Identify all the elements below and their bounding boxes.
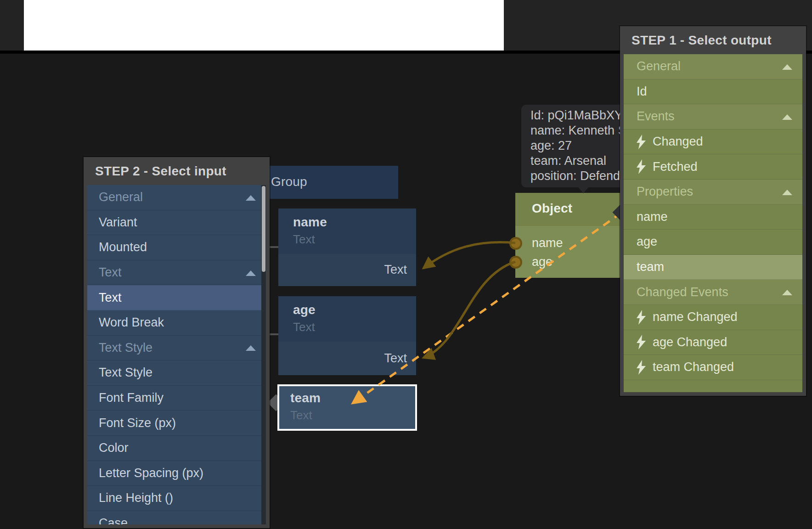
node-group-title: Group <box>271 174 307 189</box>
step1-option-id[interactable]: Id <box>624 79 802 105</box>
step1-label: Properties <box>637 185 693 199</box>
node-object[interactable]: Object nameage <box>515 193 621 278</box>
step2-section-text[interactable]: Text <box>87 260 266 286</box>
tooltip-line: age: 27 <box>530 138 620 153</box>
hierarchy-connector-age <box>269 333 278 335</box>
step1-section-events[interactable]: Events <box>624 104 802 129</box>
tooltip-line: position: Defender <box>530 169 620 184</box>
collapse-arrow-icon[interactable] <box>246 195 256 201</box>
object-port-label-age[interactable]: age <box>532 255 553 269</box>
step1-section-properties[interactable]: Properties <box>624 180 802 205</box>
step1-label: team <box>637 260 664 274</box>
step2-option-color[interactable]: Color <box>87 436 266 461</box>
step2-option-letter-spacing-px[interactable]: Letter Spacing (px) <box>87 461 266 486</box>
step2-label: General <box>99 190 143 204</box>
collapse-arrow-icon[interactable] <box>782 64 792 70</box>
step1-option-age[interactable]: age <box>624 230 802 255</box>
step1-option-team-changed[interactable]: team Changed <box>624 355 802 380</box>
step1-option-name-changed[interactable]: name Changed <box>624 305 802 330</box>
object-data-tooltip: Id: pQi1MaBbXYname: Kenneth Sansage: 27t… <box>521 105 620 187</box>
step1-option-age-changed[interactable]: age Changed <box>624 330 802 355</box>
step2-scrollbar-track[interactable] <box>261 185 266 524</box>
node-age-title: age <box>293 303 316 317</box>
step2-option-word-break[interactable]: Word Break <box>87 310 266 336</box>
step2-option-font-size-px[interactable]: Font Size (px) <box>87 411 266 436</box>
node-name-header: name Text <box>278 208 416 254</box>
step2-label: Color <box>99 441 129 455</box>
white-overlay-window <box>24 0 504 51</box>
lightning-bolt-icon <box>636 310 646 325</box>
step1-option-name[interactable]: name <box>624 205 802 230</box>
node-object-header: Object <box>515 193 621 226</box>
node-name-type: Text <box>293 232 315 247</box>
step1-label: age <box>637 235 657 249</box>
step1-label: Events <box>637 109 675 124</box>
step2-option-variant[interactable]: Variant <box>87 210 266 236</box>
step2-input-list: GeneralVariantMountedTextTextWord BreakT… <box>87 185 266 524</box>
step2-label: Word Break <box>99 315 164 330</box>
step2-label: Text Style <box>99 366 152 380</box>
node-object-title: Object <box>532 201 572 216</box>
step1-label: General <box>637 59 681 73</box>
node-age-header: age Text <box>278 296 416 342</box>
step2-label: Letter Spacing (px) <box>99 466 203 480</box>
collapse-arrow-icon[interactable] <box>246 270 256 276</box>
step2-label: Mounted <box>99 240 147 254</box>
collapse-arrow-icon[interactable] <box>782 290 792 295</box>
wire-object-name-to-name-text <box>423 242 515 268</box>
step2-option-text[interactable]: Text <box>87 285 266 310</box>
step1-label: Fetched <box>653 160 698 174</box>
object-data-tooltip-pointer <box>578 187 589 193</box>
step1-label: name <box>637 210 668 224</box>
tooltip-line: team: Arsenal <box>530 153 620 169</box>
step2-label: Line Height () <box>99 491 173 505</box>
node-name-text[interactable]: name Text Text <box>278 208 416 286</box>
step2-option-mounted[interactable]: Mounted <box>87 235 266 260</box>
step2-label: Case <box>99 516 128 524</box>
node-name-title: name <box>293 215 327 230</box>
step2-scrollbar-thumb[interactable] <box>262 186 265 272</box>
node-age-text[interactable]: age Text Text <box>278 296 416 375</box>
object-output-port-age[interactable] <box>509 256 522 269</box>
step1-output-list: GeneralIdEvents Changed FetchedPropertie… <box>624 54 802 392</box>
step1-option-changed[interactable]: Changed <box>624 129 802 155</box>
node-team-text-selected[interactable]: team Text <box>277 384 417 431</box>
step2-label: Text Style <box>99 341 152 355</box>
node-object-body: nameage <box>515 226 621 278</box>
lightning-bolt-icon <box>636 135 646 149</box>
step2-option-font-family[interactable]: Font Family <box>87 386 266 411</box>
step1-label: Changed Events <box>637 285 728 299</box>
step2-label: Text <box>99 265 122 280</box>
lightning-bolt-icon <box>636 159 646 174</box>
object-port-label-name[interactable]: name <box>532 236 563 250</box>
step2-section-general[interactable]: General <box>87 185 266 210</box>
tooltip-line: Id: pQi1MaBbXY <box>530 108 620 123</box>
node-name-input-port[interactable]: Text <box>384 263 407 277</box>
step2-option-case[interactable]: Case <box>87 511 266 524</box>
step2-label: Text <box>99 291 122 305</box>
step1-section-changed-events[interactable]: Changed Events <box>624 280 802 305</box>
step1-panel-title: STEP 1 - Select output <box>632 26 772 54</box>
step1-label: Changed <box>653 135 703 149</box>
step2-select-input-panel: STEP 2 - Select input GeneralVariantMoun… <box>84 157 270 528</box>
collapse-arrow-icon[interactable] <box>246 345 256 351</box>
node-name-footer: Text <box>278 254 416 286</box>
node-editor-canvas: Group name Text Text age Text Text team … <box>0 0 812 529</box>
collapse-arrow-icon[interactable] <box>782 114 792 120</box>
step2-option-line-height[interactable]: Line Height () <box>87 486 266 511</box>
step2-label: Font Size (px) <box>99 416 176 430</box>
lightning-bolt-icon <box>636 335 646 349</box>
step1-option-fetched[interactable]: Fetched <box>624 154 802 180</box>
step1-label: name Changed <box>653 310 738 324</box>
object-output-port-name[interactable] <box>509 237 522 250</box>
step1-select-output-panel: STEP 1 - Select output GeneralIdEvents C… <box>620 26 806 396</box>
step1-option-team[interactable]: team <box>624 255 802 280</box>
collapse-arrow-icon[interactable] <box>782 190 792 195</box>
node-age-input-port[interactable]: Text <box>384 351 407 366</box>
step2-section-text-style[interactable]: Text Style <box>87 336 266 361</box>
node-team-type: Text <box>290 408 312 422</box>
node-group[interactable]: Group <box>257 166 398 199</box>
step1-section-general[interactable]: General <box>624 54 802 79</box>
node-age-footer: Text <box>278 342 416 375</box>
step2-option-text-style[interactable]: Text Style <box>87 360 266 386</box>
